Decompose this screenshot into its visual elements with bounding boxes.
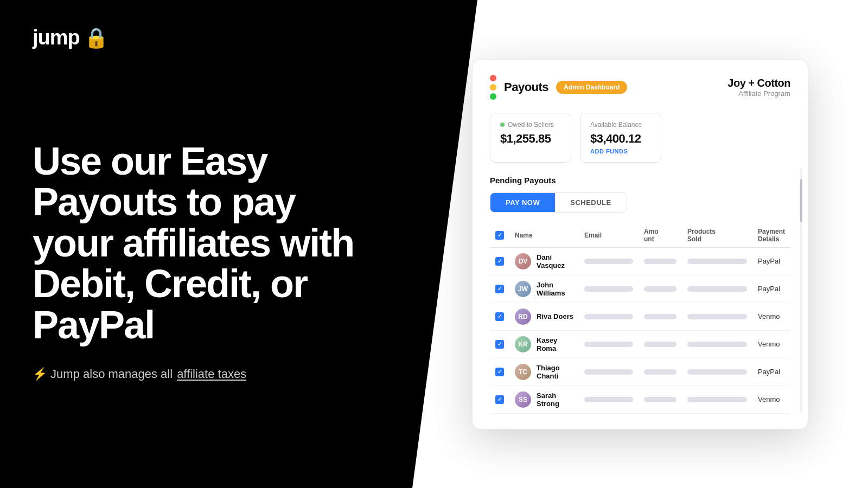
scrollbar[interactable] <box>800 168 802 413</box>
row-name-cell: KR Kasey Roma <box>509 330 579 358</box>
name-text-3: Kasey Roma <box>537 336 573 352</box>
dot-yellow <box>490 84 496 91</box>
add-funds-link[interactable]: ADD FUNDS <box>590 148 651 155</box>
row-products-cell <box>682 275 752 303</box>
traffic-lights <box>490 75 496 100</box>
left-panel: jump 🔒 Use our Easy Payouts to pay your … <box>0 0 412 488</box>
row-checkbox-5[interactable] <box>495 395 504 404</box>
card-header: Payouts Admin Dashboard Joy + Cotton Aff… <box>490 75 790 100</box>
stat-dot-green <box>500 123 505 127</box>
row-checkbox-0[interactable] <box>495 257 504 266</box>
name-text-4: Thiago Chanti <box>537 364 573 380</box>
row-email-cell <box>579 386 639 413</box>
row-checkbox-2[interactable] <box>495 312 504 321</box>
avatar-2: RD <box>515 309 531 325</box>
email-bar-1 <box>584 286 633 292</box>
hero-headline: Use our Easy Payouts to pay your affilia… <box>33 141 380 346</box>
row-amount-cell <box>639 330 682 358</box>
hero-section: Use our Easy Payouts to pay your affilia… <box>33 60 380 462</box>
tab-schedule[interactable]: SCHEDULE <box>555 193 627 212</box>
admin-badge[interactable]: Admin Dashboard <box>556 81 627 94</box>
table-row: JW John Williams PayPal <box>490 275 790 303</box>
name-text-0: Dani Vasquez <box>537 253 573 269</box>
logo-icon: 🔒 <box>84 27 108 49</box>
row-amount-cell <box>639 247 682 275</box>
col-checkbox <box>490 223 509 248</box>
stats-row: Owed to Sellers $1,255.85 Available Bala… <box>490 113 790 163</box>
table-row: RD Riva Doers Venmo <box>490 303 790 330</box>
payment-method-3: Venmo <box>758 340 780 348</box>
row-amount-cell <box>639 358 682 386</box>
balance-stat-card: Available Balance $3,400.12 ADD FUNDS <box>580 113 661 163</box>
row-email-cell <box>579 358 639 386</box>
amount-bar-2 <box>644 314 676 319</box>
row-checkbox-3[interactable] <box>495 340 504 349</box>
tab-pay-now[interactable]: PAY NOW <box>490 193 555 212</box>
balance-value: $3,400.12 <box>590 132 651 146</box>
row-products-cell <box>682 247 752 275</box>
row-email-cell <box>579 275 639 303</box>
payout-table: Name Email Amount ProductsSold PaymentDe… <box>490 223 790 414</box>
row-payment-cell: PayPal <box>752 275 790 303</box>
brand-name: Joy + Cotton Affiliate Program <box>727 77 790 98</box>
row-email-cell <box>579 247 639 275</box>
row-payment-cell: PayPal <box>752 247 790 275</box>
tagline-prefix: ⚡ Jump also manages all <box>33 367 173 381</box>
table-row: DV Dani Vasquez PayPal <box>490 247 790 275</box>
row-checkbox-cell <box>490 247 509 275</box>
amount-bar-3 <box>644 342 676 347</box>
avatar-5: SS <box>515 391 531 408</box>
avatar-name-4: TC Thiago Chanti <box>515 364 573 380</box>
row-checkbox-4[interactable] <box>495 368 504 376</box>
row-payment-cell: PayPal <box>752 358 790 386</box>
avatar-1: JW <box>515 281 531 297</box>
row-payment-cell: Venmo <box>752 386 790 413</box>
row-name-cell: DV Dani Vasquez <box>509 247 579 275</box>
name-text-2: Riva Doers <box>537 312 573 320</box>
products-bar-2 <box>687 314 747 319</box>
row-email-cell <box>579 303 639 330</box>
row-checkbox-cell <box>490 275 509 303</box>
payment-method-0: PayPal <box>758 257 780 265</box>
select-all-checkbox[interactable] <box>495 231 504 240</box>
row-amount-cell <box>639 386 682 413</box>
avatar-name-1: JW John Williams <box>515 281 573 297</box>
owed-stat-card: Owed to Sellers $1,255.85 <box>490 113 571 163</box>
logo-area: jump 🔒 <box>33 26 380 49</box>
email-bar-0 <box>584 259 633 264</box>
card-header-left: Payouts Admin Dashboard <box>490 75 627 100</box>
brand-name-sub: Affiliate Program <box>727 89 790 98</box>
dot-red <box>490 75 496 81</box>
dashboard-card: Payouts Admin Dashboard Joy + Cotton Aff… <box>472 59 808 429</box>
avatar-name-0: DV Dani Vasquez <box>515 253 573 269</box>
email-bar-5 <box>584 397 633 402</box>
payment-method-4: PayPal <box>758 368 780 376</box>
row-checkbox-cell <box>490 386 509 413</box>
dot-green <box>490 93 496 100</box>
col-amount: Amount <box>639 223 682 248</box>
avatar-name-5: SS Sarah Strong <box>515 391 573 408</box>
table-row: SS Sarah Strong Venmo <box>490 386 790 413</box>
email-bar-3 <box>584 342 633 347</box>
row-amount-cell <box>639 275 682 303</box>
email-bar-4 <box>584 369 633 375</box>
row-checkbox-cell <box>490 358 509 386</box>
row-checkbox-cell <box>490 303 509 330</box>
tagline-link: affiliate taxes <box>177 367 246 381</box>
products-bar-5 <box>687 397 747 402</box>
email-bar-2 <box>584 314 633 319</box>
balance-label: Available Balance <box>590 121 651 129</box>
avatar-name-3: KR Kasey Roma <box>515 336 573 352</box>
row-products-cell <box>682 386 752 413</box>
amount-bar-1 <box>644 286 676 292</box>
avatar-4: TC <box>515 364 531 380</box>
products-bar-0 <box>687 259 747 264</box>
row-payment-cell: Venmo <box>752 303 790 330</box>
page-title: Payouts <box>504 80 548 94</box>
row-checkbox-cell <box>490 330 509 358</box>
name-text-1: John Williams <box>537 281 573 297</box>
row-checkbox-1[interactable] <box>495 285 504 293</box>
row-payment-cell: Venmo <box>752 330 790 358</box>
table-row: TC Thiago Chanti PayPal <box>490 358 790 386</box>
table-row: KR Kasey Roma Venmo <box>490 330 790 358</box>
